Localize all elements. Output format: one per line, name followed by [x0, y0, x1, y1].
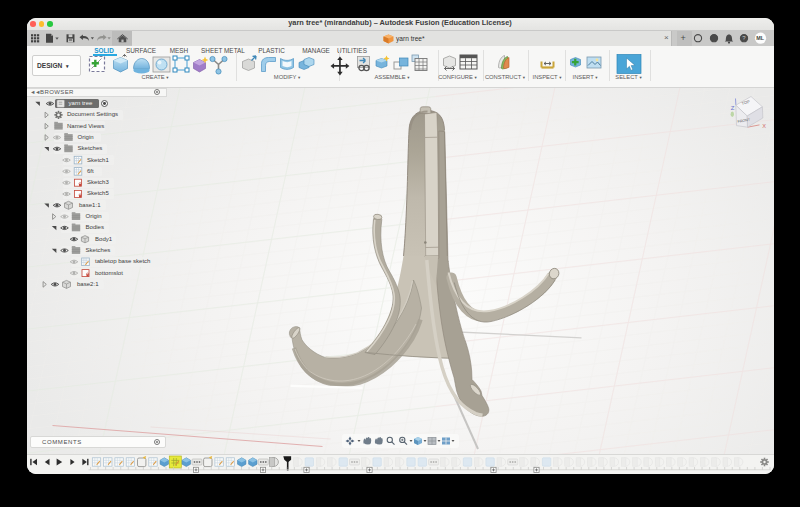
svg-text:X: X [762, 123, 766, 129]
svg-text:ML: ML [756, 35, 764, 41]
svg-text:Z: Z [730, 105, 734, 111]
